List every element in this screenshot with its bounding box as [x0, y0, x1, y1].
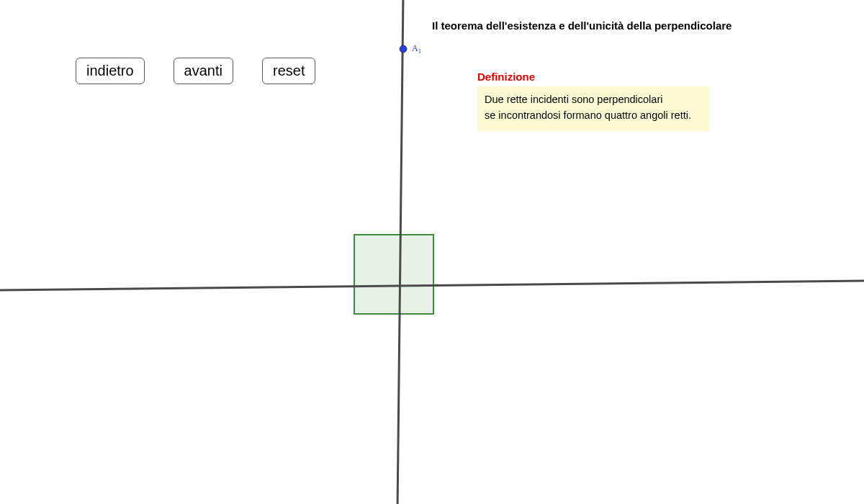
page-title: Il teorema dell'esistenza e dell'unicità…	[432, 19, 732, 32]
point-label-base: A	[412, 43, 418, 53]
definition-box: Due rette incidenti sono perpendicolari …	[477, 86, 709, 131]
point-a1-label: A1	[412, 43, 421, 55]
controls-toolbar: indietro avanti reset	[76, 58, 315, 84]
point-a1[interactable]	[400, 45, 407, 53]
reset-button[interactable]: reset	[262, 58, 315, 84]
definition-heading: Definizione	[477, 71, 535, 83]
point-label-sub: 1	[418, 48, 422, 55]
back-button[interactable]: indietro	[76, 58, 145, 84]
definition-line-2: se incontrandosi formano quattro angoli …	[485, 108, 702, 124]
definition-line-1: Due rette incidenti sono perpendicolari	[485, 92, 702, 108]
right-angle-square	[354, 235, 433, 314]
forward-button[interactable]: avanti	[174, 58, 233, 84]
